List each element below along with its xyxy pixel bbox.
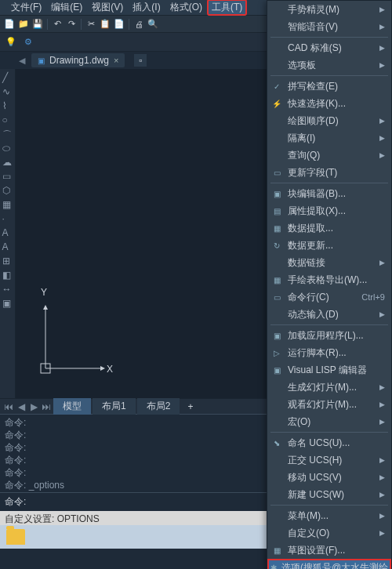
menu-item-32[interactable]: 新建 UCS(W)▶ — [267, 486, 391, 503]
prev-icon[interactable]: ◀ — [16, 401, 27, 412]
zoom-icon[interactable]: 🔍 — [147, 18, 159, 31]
undo-icon[interactable]: ↶ — [51, 18, 64, 31]
menu-item-label: 命名 UCS(U)... — [288, 437, 385, 450]
menu-item-30[interactable]: 正交 UCS(H)▶ — [267, 451, 391, 469]
menu-item-label: 选项(搜狐号@大水牛测绘 — [281, 561, 388, 570]
mtext-icon[interactable]: A — [2, 241, 13, 252]
separator — [270, 37, 388, 38]
circle-icon[interactable]: ○ — [2, 114, 13, 125]
separator — [270, 505, 388, 506]
ellipse-icon[interactable]: ⬭ — [2, 143, 13, 154]
layout-tab-1[interactable]: 布局1 — [93, 398, 136, 415]
print-icon[interactable]: 🖨 — [132, 18, 145, 31]
menu-item-1[interactable]: 智能语音(V)▶ — [267, 18, 391, 35]
menu-item-18[interactable]: ▦手绘表格导出(W)... — [267, 271, 391, 288]
menu-item-4[interactable]: 选项板▶ — [267, 56, 391, 74]
menu-item-36[interactable]: ▦草图设置(F)... — [267, 542, 391, 559]
menu-item-label: 数据链接 — [288, 256, 375, 270]
paste-icon[interactable]: 📄 — [113, 18, 125, 31]
menu-item-15[interactable]: ▦数据提取... — [267, 219, 391, 237]
last-icon[interactable]: ⏭ — [41, 401, 52, 412]
menu-item-3[interactable]: CAD 标准(S)▶ — [267, 39, 391, 56]
dim-icon[interactable]: ↔ — [2, 284, 13, 295]
cut-icon[interactable]: ✂ — [85, 18, 97, 31]
copy-icon[interactable]: 📋 — [99, 18, 111, 31]
menu-item-label: Visual LISP 编辑器 — [288, 364, 385, 377]
table-icon[interactable]: ⊞ — [2, 256, 13, 266]
redo-icon[interactable]: ↷ — [65, 18, 78, 31]
menu-tools[interactable]: 工具(T) — [207, 0, 247, 16]
▣-icon: ▣ — [270, 364, 283, 376]
cloud-icon[interactable]: ☁ — [2, 157, 13, 168]
menu-item-17[interactable]: 数据链接▶ — [267, 254, 391, 271]
point-icon[interactable]: · — [2, 213, 13, 224]
close-icon[interactable]: × — [114, 56, 118, 65]
block-icon[interactable]: ▣ — [2, 298, 13, 309]
chevron-right-icon: ▶ — [379, 383, 385, 391]
menu-item-8[interactable]: 绘图顺序(D)▶ — [267, 112, 391, 129]
menu-item-0[interactable]: 手势精灵(M)▶ — [267, 1, 391, 18]
menu-file[interactable]: 文件(F) — [6, 0, 46, 16]
menu-item-label: 宏(O) — [288, 415, 375, 429]
menu-item-26[interactable]: 观看幻灯片(M)...▶ — [267, 396, 391, 413]
menu-item-label: CAD 标准(S) — [288, 42, 375, 55]
next-icon[interactable]: ▶ — [28, 401, 39, 412]
polyline-icon[interactable]: ∿ — [2, 86, 13, 97]
menu-item-10[interactable]: 查询(Q)▶ — [267, 147, 391, 164]
menu-item-37[interactable]: ✱选项(搜狐号@大水牛测绘 — [267, 559, 391, 569]
file-explorer-icon[interactable] — [6, 529, 25, 545]
menu-item-19[interactable]: ▭命令行(C)Ctrl+9 — [267, 288, 391, 306]
add-layout-button[interactable]: + — [181, 400, 199, 414]
menu-item-35[interactable]: 自定义(O)▶ — [267, 524, 391, 542]
gear-icon[interactable]: ⚙ — [22, 36, 34, 49]
first-icon[interactable]: ⏮ — [3, 401, 14, 412]
blank-icon — [270, 132, 283, 144]
menu-item-label: 正交 UCS(H) — [288, 454, 375, 467]
menu-item-29[interactable]: ⬊命名 UCS(U)... — [267, 434, 391, 451]
menu-item-label: 数据更新... — [288, 239, 385, 252]
menu-item-6[interactable]: ✓拼写检查(E) — [267, 78, 391, 95]
menu-item-label: 手绘表格导出(W)... — [288, 274, 385, 287]
menu-item-25[interactable]: 生成幻灯片(M)...▶ — [267, 379, 391, 396]
text-icon[interactable]: A — [2, 227, 13, 238]
menu-item-24[interactable]: ▣Visual LISP 编辑器 — [267, 361, 391, 379]
menu-item-11[interactable]: ▭更新字段(T) — [267, 164, 391, 181]
menu-view[interactable]: 视图(V) — [87, 0, 128, 16]
blank-icon — [270, 471, 283, 484]
line-icon[interactable]: ╱ — [2, 72, 13, 83]
open-icon[interactable]: 📁 — [17, 18, 30, 31]
rectangle-icon[interactable]: ▭ — [2, 171, 13, 182]
menu-item-14[interactable]: ▤属性提取(X)... — [267, 202, 391, 219]
menu-item-20[interactable]: 动态输入(D)▶ — [267, 306, 391, 323]
polygon-icon[interactable]: ⬡ — [2, 185, 13, 196]
menu-format[interactable]: 格式(O) — [165, 0, 207, 16]
arc-icon[interactable]: ⌒ — [2, 129, 13, 140]
menu-item-9[interactable]: 隔离(I)▶ — [267, 129, 391, 147]
chevron-left-icon[interactable]: ◀ — [16, 54, 28, 67]
document-tab[interactable]: ▣ Drawing1.dwg × — [31, 53, 125, 67]
menu-item-27[interactable]: 宏(O)▶ — [267, 413, 391, 430]
menu-item-22[interactable]: ▣加载应用程序(L)... — [267, 327, 391, 344]
menu-item-23[interactable]: ▷运行脚本(R)... — [267, 344, 391, 361]
menu-edit[interactable]: 编辑(E) — [46, 0, 87, 16]
menu-item-13[interactable]: ▣块编辑器(B)... — [267, 185, 391, 202]
region-icon[interactable]: ◧ — [2, 270, 13, 281]
menu-insert[interactable]: 插入(I) — [128, 0, 165, 16]
hatch-icon[interactable]: ▦ — [2, 199, 13, 210]
menu-item-31[interactable]: 移动 UCS(V)▶ — [267, 469, 391, 486]
menu-item-label: 智能语音(V) — [288, 20, 375, 34]
layout-tab-model[interactable]: 模型 — [53, 398, 91, 415]
menu-item-7[interactable]: ⚡快速选择(K)... — [267, 95, 391, 112]
blank-icon — [270, 20, 283, 33]
menu-item-label: 隔离(I) — [288, 132, 375, 145]
save-icon[interactable]: 💾 — [31, 18, 44, 31]
menu-item-34[interactable]: 菜单(M)...▶ — [267, 507, 391, 524]
spline-icon[interactable]: ⌇ — [2, 100, 13, 111]
layout-tab-2[interactable]: 布局2 — [137, 398, 180, 415]
▭-icon: ▭ — [270, 166, 283, 179]
new-tab-button[interactable]: ▫ — [134, 54, 147, 67]
lightbulb-icon[interactable]: 💡 — [5, 36, 17, 49]
menu-item-16[interactable]: ↻数据更新... — [267, 237, 391, 254]
chevron-right-icon: ▶ — [379, 512, 385, 520]
new-icon[interactable]: 📄 — [3, 18, 16, 31]
